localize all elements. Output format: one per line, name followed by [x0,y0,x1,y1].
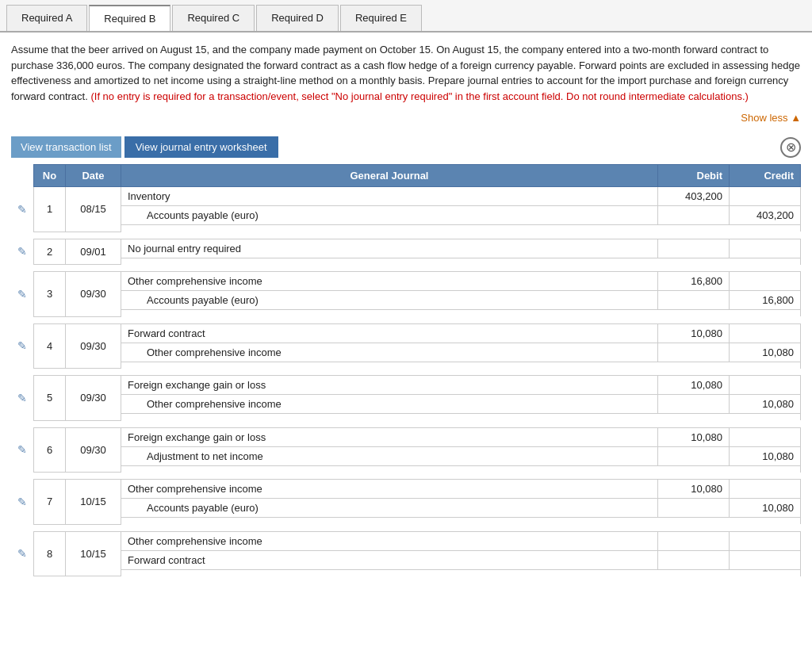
entry-date: 09/30 [66,272,121,317]
edit-icon[interactable]: ✎ [17,547,27,560]
credit-amount [730,550,801,569]
col-header-debit: Debit [658,165,730,187]
credit-amount [730,272,801,291]
table-row: ✎409/30Forward contract10,080 [11,323,801,343]
account-name: Other comprehensive income [121,531,658,550]
gap-row [11,524,801,531]
debit-amount: 16,800 [658,272,730,291]
show-less-button[interactable]: Show less ▲ [0,110,812,130]
edit-icon-cell[interactable]: ✎ [11,323,34,369]
edit-icon-cell[interactable]: ✎ [11,272,34,317]
table-row: Other comprehensive income10,080 [11,343,801,362]
tab-required-d[interactable]: Required D [256,5,339,31]
gap-row [11,473,801,480]
table-row: Adjustment to net income10,080 [11,446,801,465]
debit-amount [658,499,730,518]
debit-amount [658,531,730,550]
edit-icon-cell[interactable]: ✎ [11,376,34,421]
edit-icon-cell[interactable]: ✎ [11,239,34,265]
debit-amount [658,206,730,225]
credit-amount: 403,200 [730,206,801,225]
edit-icon[interactable]: ✎ [17,443,27,456]
account-name: Forward contract [121,323,658,343]
tab-required-a[interactable]: Required A [6,5,87,31]
credit-amount [730,239,801,258]
gap-row [11,232,801,239]
entry-number: 5 [34,376,66,421]
edit-icon-cell[interactable]: ✎ [11,187,34,232]
edit-icon[interactable]: ✎ [17,288,27,300]
credit-amount [730,187,801,206]
main-container: Required A Required B Required C Require… [0,0,812,583]
debit-amount: 10,080 [658,323,730,343]
edit-icon[interactable]: ✎ [17,339,27,352]
account-name: Other comprehensive income [121,480,658,499]
description-text: Assume that the beer arrived on August 1… [0,33,812,110]
gap-row [11,265,801,272]
debit-amount [658,446,730,465]
table-row: ✎108/15Inventory403,200 [11,187,801,206]
entry-date: 09/01 [66,239,121,265]
tab-required-b[interactable]: Required B [89,5,170,31]
entry-number: 8 [34,531,66,576]
tab-required-c[interactable]: Required C [172,5,255,31]
account-name: Other comprehensive income [121,343,658,362]
col-header-date: Date [66,165,121,187]
edit-icon[interactable]: ✎ [17,392,27,404]
credit-amount: 16,800 [730,291,801,310]
debit-amount: 10,080 [658,427,730,446]
credit-amount [730,323,801,343]
debit-amount [658,343,730,362]
entry-number: 7 [34,480,66,525]
edit-icon-cell[interactable]: ✎ [11,480,34,525]
table-row: ✎710/15Other comprehensive income10,080 [11,480,801,499]
debit-amount: 10,080 [658,480,730,499]
credit-amount: 10,080 [730,446,801,465]
account-name: Adjustment to net income [121,446,658,465]
spacer-row [11,465,801,473]
account-name: Foreign exchange gain or loss [121,376,658,395]
account-name: Forward contract [121,550,658,569]
spacer-row [11,569,801,576]
entry-date: 09/30 [66,427,121,473]
col-header-credit: Credit [730,165,801,187]
entry-date: 09/30 [66,323,121,369]
edit-icon[interactable]: ✎ [17,203,27,216]
gap-row [11,369,801,376]
table-row: ✎810/15Other comprehensive income [11,531,801,550]
credit-amount [730,376,801,395]
col-header-no: No [34,165,66,187]
entry-date: 10/15 [66,480,121,525]
debit-amount: 10,080 [658,376,730,395]
edit-icon[interactable]: ✎ [17,496,27,508]
view-journal-worksheet-button[interactable]: View journal entry worksheet [124,136,278,158]
credit-amount: 10,080 [730,395,801,414]
edit-icon-cell[interactable]: ✎ [11,531,34,576]
account-name: Foreign exchange gain or loss [121,427,658,446]
close-button[interactable]: ⊗ [780,137,801,158]
tab-required-e[interactable]: Required E [340,5,422,31]
description-red: (If no entry is required for a transacti… [90,90,748,102]
table-row: Other comprehensive income10,080 [11,395,801,414]
entry-number: 2 [34,239,66,265]
entry-date: 08/15 [66,187,121,232]
account-name: Accounts payable (euro) [121,499,658,518]
gap-row [11,576,801,584]
entry-date: 10/15 [66,531,121,576]
spacer-row [11,362,801,369]
table-row: ✎309/30Other comprehensive income16,800 [11,272,801,291]
gap-row [11,420,801,427]
tab-bar: Required A Required B Required C Require… [0,0,812,33]
edit-icon[interactable]: ✎ [17,245,27,258]
table-row: ✎509/30Foreign exchange gain or loss10,0… [11,376,801,395]
table-row: Forward contract [11,550,801,569]
spacer-row [11,258,801,265]
entry-number: 6 [34,427,66,473]
table-row: Accounts payable (euro)10,080 [11,499,801,518]
view-transaction-list-button[interactable]: View transaction list [11,136,121,158]
spacer-row [11,225,801,232]
account-name: Accounts payable (euro) [121,291,658,310]
edit-icon-cell[interactable]: ✎ [11,427,34,473]
account-name: Other comprehensive income [121,395,658,414]
entry-number: 4 [34,323,66,369]
